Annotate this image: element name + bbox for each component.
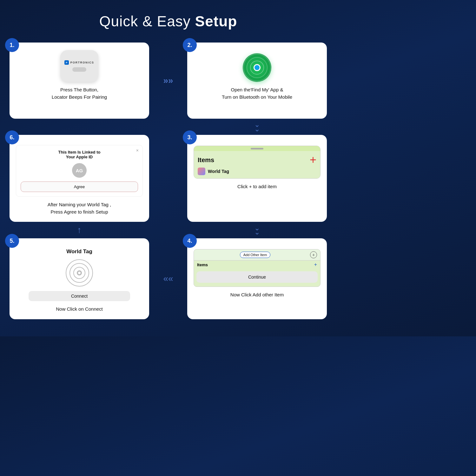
step-4-label: Now Click Add other Item	[230, 291, 284, 299]
step-1-label: Press The Button, Locator Beeps For Pair…	[52, 86, 107, 101]
map-items-row: Items +	[198, 154, 316, 166]
map-preview: Items + World Tag	[194, 146, 321, 179]
device-image: P PORTRONICS	[60, 50, 98, 82]
step-6-label: After Naming your World Tag , Press Agre…	[48, 201, 111, 215]
device-button	[72, 67, 86, 72]
step-4-inner: Add Other Item + Items + Continue	[194, 249, 321, 287]
step-4-top-bar: Add Other Item +	[194, 249, 320, 260]
logo-icon: P	[64, 60, 69, 65]
arrow-down-3-4: ⌄⌄	[187, 223, 327, 237]
step-4-badge: 4.	[183, 234, 197, 248]
step-3-label: Click + to add item	[237, 183, 277, 190]
step-2-badge: 2.	[183, 38, 197, 52]
world-tag-icon	[198, 168, 205, 175]
page-title: Quick & Easy Setup	[99, 13, 237, 30]
step-4-items-row: Items +	[194, 260, 320, 269]
map-handle	[251, 148, 263, 149]
continue-button[interactable]: Continue	[196, 271, 318, 283]
step4-plus-circle-icon: +	[310, 251, 317, 258]
radar-icon	[65, 259, 94, 287]
title-prefix: Quick & Easy	[99, 13, 195, 30]
agree-button[interactable]: Agree	[21, 182, 138, 192]
step-6-badge: 6.	[5, 130, 19, 144]
step-6-card: 6. × This Item Is Linked to Your Apple I…	[10, 135, 149, 222]
arrow-down-2-3: ⌄⌄	[187, 120, 327, 134]
step-5-label: Now Click on Connect	[56, 306, 103, 313]
step4-items-plus-icon: +	[314, 262, 317, 268]
step-5-badge: 5.	[5, 234, 19, 248]
title-bold: Setup	[195, 13, 237, 30]
svg-point-4	[78, 272, 81, 274]
map-items-label: Items	[198, 156, 214, 164]
step-5-card: 5. World Tag Connect Now Click on Connec…	[10, 238, 149, 319]
arrow-right-1: »»	[155, 43, 181, 119]
step-2-label: Open the'Find My' App & Turn on Bluetoot…	[222, 86, 292, 101]
world-tag-title: World Tag	[66, 248, 92, 255]
map-world-tag-row: World Tag	[198, 168, 316, 175]
map-top-bar	[194, 146, 320, 151]
step-2-card: 2. Open the'Find My' App & Turn on Bluet…	[187, 43, 327, 119]
step-6-dialog: × This Item Is Linked to Your Apple ID A…	[16, 145, 143, 197]
close-icon: ×	[136, 148, 139, 153]
arrow-left-4-5: ««	[155, 238, 181, 319]
step-1-badge: 1.	[5, 38, 19, 52]
connect-button[interactable]: Connect	[29, 291, 130, 301]
arrow-up-5-6: ↑	[10, 223, 149, 237]
world-tag-label: World Tag	[208, 169, 229, 174]
world-tag-connect: World Tag Connect	[16, 248, 143, 301]
findmy-icon	[243, 53, 271, 82]
step-3-card: 3. Items + World Tag Click + to add item	[187, 135, 327, 222]
add-other-item-button[interactable]: Add Other Item	[240, 252, 271, 258]
step-1-card: 1. P PORTRONICS Press The Button, Locato…	[10, 43, 149, 119]
linked-text: This Item Is Linked to Your Apple ID	[58, 150, 101, 159]
middle-spacer	[155, 135, 181, 222]
avatar: AG	[72, 163, 87, 178]
step-4-card: 4. Add Other Item + Items + Continue Now…	[187, 238, 327, 319]
map-plus-icon: +	[310, 154, 316, 166]
device-logo: P PORTRONICS	[64, 60, 94, 65]
map-body: Items + World Tag	[194, 151, 320, 178]
step-3-badge: 3.	[183, 130, 197, 144]
step4-items-label: Items	[197, 262, 208, 267]
